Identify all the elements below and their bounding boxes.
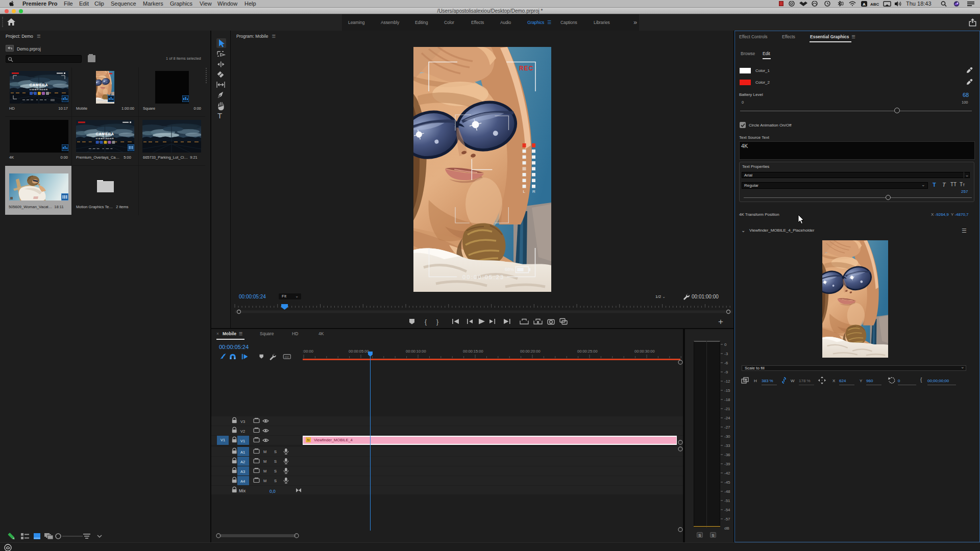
svg-text:-48: -48 [724, 489, 730, 494]
svg-text:-30: -30 [724, 434, 730, 439]
svg-text:A3: A3 [240, 469, 245, 474]
svg-text:A2: A2 [240, 460, 245, 464]
svg-text:Mix: Mix [239, 488, 246, 493]
svg-text:M: M [263, 469, 266, 473]
svg-text:M: M [263, 459, 266, 464]
svg-text:S: S [274, 479, 277, 483]
svg-text:-21: -21 [724, 407, 730, 411]
svg-text:-3: -3 [724, 352, 728, 356]
svg-text:R: R [532, 189, 535, 194]
svg-text:-24: -24 [724, 416, 730, 420]
svg-text:A: A [863, 2, 866, 6]
svg-text:V3: V3 [240, 419, 245, 424]
svg-text:-54: -54 [724, 508, 730, 512]
svg-text:-57: -57 [724, 517, 730, 521]
svg-text:S: S [274, 459, 277, 464]
svg-text:REC: REC [519, 65, 533, 72]
svg-text:VIEWFINDER: VIEWFINDER [95, 137, 114, 140]
svg-text:dB: dB [724, 526, 729, 531]
svg-text:-39: -39 [724, 462, 730, 466]
svg-text:-12: -12 [724, 379, 730, 384]
svg-text:A1: A1 [240, 450, 245, 455]
svg-text:V2: V2 [240, 429, 245, 434]
svg-text:00:00:05:23: 00:00:05:23 [462, 274, 504, 280]
svg-text:CAMERA: CAMERA [95, 132, 114, 136]
svg-text:-51: -51 [724, 498, 730, 503]
svg-text:A4: A4 [240, 479, 245, 484]
svg-text:-33: -33 [724, 443, 730, 448]
svg-text:0: 0 [724, 342, 727, 347]
svg-text:S: S [274, 469, 277, 473]
svg-text:-36: -36 [724, 453, 730, 457]
svg-text:CC: CC [285, 355, 289, 359]
svg-text:-18: -18 [724, 397, 730, 402]
svg-text:CAMERA: CAMERA [30, 83, 48, 87]
svg-text:-9: -9 [724, 370, 728, 374]
svg-text:-15: -15 [724, 388, 730, 393]
svg-text:S: S [274, 449, 277, 454]
svg-text:-6: -6 [724, 361, 728, 365]
svg-text:L: L [523, 189, 526, 194]
svg-text:T: T [217, 111, 222, 120]
svg-text:0,0: 0,0 [270, 489, 276, 494]
svg-text:}: } [436, 318, 438, 325]
svg-text:VIEWFINDER: VIEWFINDER [30, 88, 48, 91]
svg-text:M: M [263, 449, 266, 454]
svg-text:68%: 68% [505, 267, 514, 272]
svg-text:V1: V1 [240, 439, 245, 443]
svg-text:-45: -45 [724, 480, 730, 485]
svg-text:M: M [263, 479, 266, 483]
svg-text:{: { [425, 318, 427, 325]
svg-text:-42: -42 [724, 471, 730, 475]
svg-text:-27: -27 [724, 425, 730, 430]
svg-text:ABC: ABC [870, 2, 879, 6]
